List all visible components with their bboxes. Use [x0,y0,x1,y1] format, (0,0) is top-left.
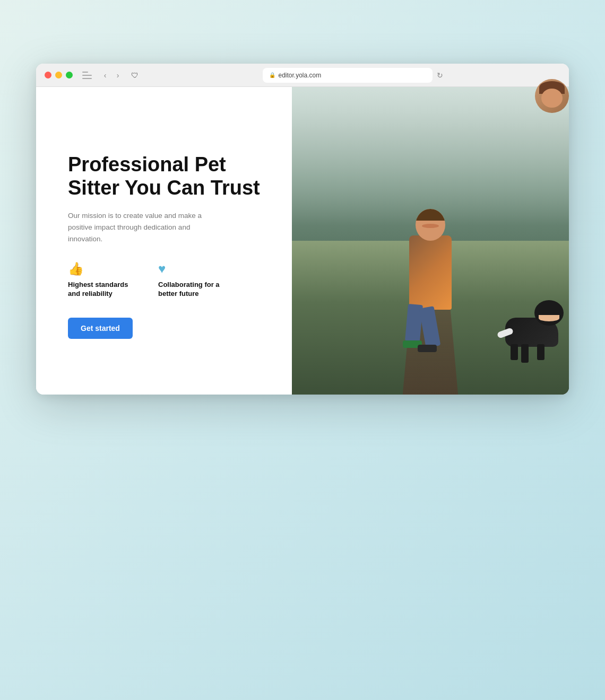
address-bar[interactable]: 🔒 editor.yola.com [263,68,433,83]
reload-icon[interactable]: ↻ [437,71,443,80]
user-avatar [535,79,569,113]
lock-icon: 🔒 [269,72,275,78]
maximize-button[interactable] [66,72,73,78]
back-button[interactable]: ‹ [100,71,110,80]
person-figure [393,204,468,352]
hero-image [292,87,569,395]
feature-item-2: ♥ Collaborating for a better future [158,261,227,299]
traffic-lights [45,72,73,78]
shield-icon: 🛡 [131,71,139,80]
heart-icon: ♥ [158,261,227,276]
website-content: Professional Pet Sitter You Can Trust Ou… [36,87,569,395]
website-left-panel: Professional Pet Sitter You Can Trust Ou… [36,87,292,395]
close-button[interactable] [45,72,51,78]
feature2-label: Collaborating for a better future [158,281,227,299]
browser-window: ‹ › 🛡 🔒 editor.yola.com ↻ Professional P… [36,64,569,395]
features-row: 👍 Highest standards and reliability ♥ Co… [68,261,265,299]
address-bar-wrapper: 🔒 editor.yola.com ↻ [145,68,560,83]
browser-chrome: ‹ › 🛡 🔒 editor.yola.com ↻ [36,64,569,87]
person-leg-right [419,306,441,348]
thumbs-up-icon: 👍 [68,261,137,276]
forward-button[interactable]: › [113,71,123,80]
person-body [409,235,452,310]
nav-arrows: ‹ › [100,71,123,80]
hero-description: Our mission is to create value and make … [68,210,217,244]
url-text: editor.yola.com [279,72,322,79]
user-avatar-face [541,89,563,108]
sidebar-toggle-icon[interactable] [82,72,92,79]
feature-item-1: 👍 Highest standards and reliability [68,261,137,299]
hero-title: Professional Pet Sitter You Can Trust [68,153,265,199]
minimize-button[interactable] [55,72,62,78]
dog-head [534,300,564,326]
website-right-panel [292,87,569,395]
person-head [416,209,445,241]
dog-leg3 [537,344,544,360]
dog-leg1 [511,344,518,360]
feature1-label: Highest standards and reliability [68,281,137,299]
shoe-right [418,345,437,352]
get-started-button[interactable]: Get started [68,318,133,339]
dog-leg2 [521,344,529,363]
